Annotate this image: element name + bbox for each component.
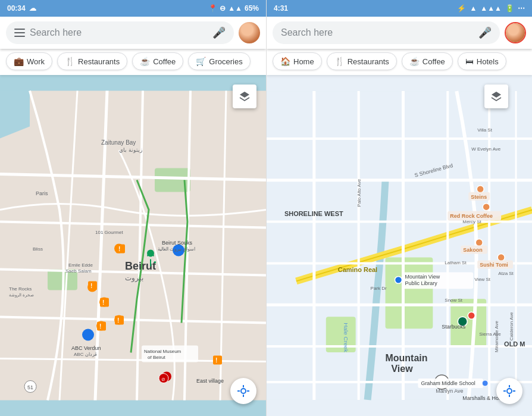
- svg-point-116: [477, 186, 484, 193]
- svg-text:ABC ڤردان: ABC ڤردان: [74, 352, 97, 357]
- work-icon: 💼: [14, 57, 24, 66]
- svg-point-122: [395, 276, 402, 283]
- svg-text:!: !: [117, 317, 119, 324]
- svg-text:اسواق بيروت الغالية: اسواق بيروت الغالية: [158, 246, 195, 252]
- svg-text:Palo Alto Ave: Palo Alto Ave: [356, 179, 362, 207]
- svg-text:Paris: Paris: [36, 190, 48, 196]
- chip-restaurants-right[interactable]: 🍴 Restaurants: [327, 52, 397, 70]
- left-map[interactable]: Zaitunay Bay زيتونة باي Beirut بيروت Par…: [0, 75, 266, 416]
- svg-text:Starbucks: Starbucks: [442, 324, 465, 330]
- signal-icon-right: ▲▲▲: [480, 4, 502, 12]
- svg-text:Red Rock Coffee: Red Rock Coffee: [450, 213, 493, 219]
- status-right: 📍 ⊖ ▲▲ 65%: [208, 4, 259, 12]
- coffee-icon-right: ☕: [409, 57, 420, 66]
- svg-text:!: !: [102, 299, 104, 306]
- chip-home[interactable]: 🏠 Home: [273, 52, 322, 70]
- svg-text:W Evelyn Ave: W Evelyn Ave: [471, 146, 501, 152]
- chip-work-label: Work: [27, 57, 45, 66]
- svg-text:Villa St: Villa St: [477, 127, 492, 133]
- svg-rect-47: [115, 316, 124, 325]
- svg-text:Zaitunay Bay: Zaitunay Bay: [101, 139, 136, 146]
- svg-text:Hale Creek: Hale Creek: [343, 323, 349, 352]
- svg-rect-51: [116, 245, 125, 254]
- chip-coffee-right[interactable]: ☕ Coffee: [402, 52, 453, 70]
- chip-coffee-label-left: Coffee: [153, 57, 176, 66]
- svg-point-130: [507, 389, 512, 393]
- battery-icon-right: 🔋: [505, 4, 514, 12]
- right-map[interactable]: S Shoreline Blvd Camino Real Hale Creek …: [267, 75, 532, 416]
- svg-text:The Rocks: The Rocks: [9, 286, 32, 292]
- restaurants-icon-right: 🍴: [334, 57, 345, 66]
- left-avatar[interactable]: [239, 22, 260, 43]
- chip-coffee-label-right: Coffee: [423, 57, 445, 66]
- svg-point-125: [468, 312, 475, 319]
- left-layer-button[interactable]: [233, 85, 256, 108]
- hamburger-icon[interactable]: [14, 29, 25, 37]
- svg-text:Atza St: Atza St: [498, 271, 514, 276]
- svg-text:Park Dr: Park Dr: [371, 286, 387, 291]
- left-mic-icon[interactable]: 🎤: [212, 26, 226, 39]
- groceries-icon: 🛒: [196, 57, 206, 66]
- bluetooth-icon: ⚡: [457, 4, 466, 12]
- svg-text:Emile Edde: Emile Edde: [68, 262, 93, 268]
- svg-point-63: [241, 389, 246, 393]
- right-status-bar: 4:31 ⚡ ▲ ▲▲▲ 🔋 ⋯: [267, 0, 532, 17]
- svg-text:View St: View St: [474, 277, 491, 282]
- left-time: 00:34: [7, 4, 26, 12]
- left-search-bar: Search here 🎤: [0, 17, 266, 49]
- svg-point-113: [497, 254, 505, 261]
- chip-groceries[interactable]: 🛒 Groceries: [188, 52, 250, 70]
- right-avatar[interactable]: [505, 22, 526, 43]
- signal-icon: ☁: [29, 4, 36, 12]
- right-search-bar: Search here 🎤: [267, 17, 532, 49]
- location-status-icon: 📍: [208, 4, 217, 12]
- chip-restaurants-left[interactable]: 🍴 Restaurants: [57, 52, 127, 70]
- svg-text:of Beirut: of Beirut: [148, 355, 166, 360]
- right-location-button[interactable]: [496, 378, 522, 404]
- svg-text:OLD M: OLD M: [504, 340, 525, 348]
- svg-point-61: [147, 250, 154, 257]
- wifi-icon: ▲▲: [228, 4, 242, 12]
- svg-text:Latham St: Latham St: [445, 260, 467, 265]
- left-location-button[interactable]: [230, 378, 256, 404]
- svg-text:!: !: [215, 357, 217, 364]
- svg-text:Calderon Ave: Calderon Ave: [509, 312, 514, 340]
- svg-text:Bliss: Bliss: [33, 246, 43, 252]
- chip-hotels[interactable]: 🛏 Hotels: [458, 52, 506, 70]
- left-search-placeholder: Search here: [30, 27, 208, 38]
- wifi-icon-right: ▲: [470, 4, 477, 12]
- svg-text:101 Gourmet: 101 Gourmet: [95, 230, 123, 235]
- chip-restaurants-label-left: Restaurants: [78, 57, 120, 66]
- svg-text:Sakoon: Sakoon: [463, 247, 482, 253]
- hotels-icon: 🛏: [465, 57, 474, 66]
- right-search-placeholder: Search here: [281, 27, 474, 38]
- svg-text:Mountain View: Mountain View: [405, 274, 440, 280]
- svg-text:Camino Real: Camino Real: [338, 266, 377, 273]
- more-icon-right: ⋯: [518, 4, 525, 12]
- chip-hotels-label: Hotels: [477, 57, 499, 66]
- chip-work[interactable]: 💼 Work: [6, 52, 52, 70]
- svg-rect-45: [100, 298, 109, 307]
- right-search-container[interactable]: Search here 🎤: [273, 21, 500, 44]
- svg-text:بيروت: بيروت: [125, 274, 143, 282]
- svg-text:!: !: [99, 323, 101, 330]
- svg-text:!: !: [90, 283, 92, 289]
- svg-text:Sierra Ave: Sierra Ave: [479, 331, 501, 337]
- left-search-container[interactable]: Search here 🎤: [6, 21, 234, 44]
- svg-text:ABC Verdun: ABC Verdun: [71, 345, 101, 351]
- svg-text:Steins: Steins: [471, 194, 487, 200]
- svg-text:●: ●: [154, 259, 157, 265]
- svg-rect-69: [386, 257, 433, 329]
- svg-text:Beirut Souks: Beirut Souks: [162, 240, 193, 246]
- svg-text:National Museum: National Museum: [144, 349, 181, 354]
- svg-text:Mountain: Mountain: [386, 353, 428, 363]
- right-layer-button[interactable]: [484, 85, 508, 108]
- status-left: 00:34 ☁: [7, 4, 36, 12]
- battery-label: 65%: [245, 4, 259, 12]
- chip-coffee-left[interactable]: ☕ Coffee: [132, 52, 183, 70]
- chip-groceries-label: Groceries: [209, 57, 242, 66]
- chip-restaurants-label-right: Restaurants: [348, 57, 389, 66]
- right-mic-icon[interactable]: 🎤: [478, 26, 492, 39]
- right-panel: 4:31 ⚡ ▲ ▲▲▲ 🔋 ⋯ Search here 🎤 🏠 Home 🍴 …: [266, 0, 532, 416]
- svg-text:Sushi Tomi: Sushi Tomi: [480, 262, 508, 268]
